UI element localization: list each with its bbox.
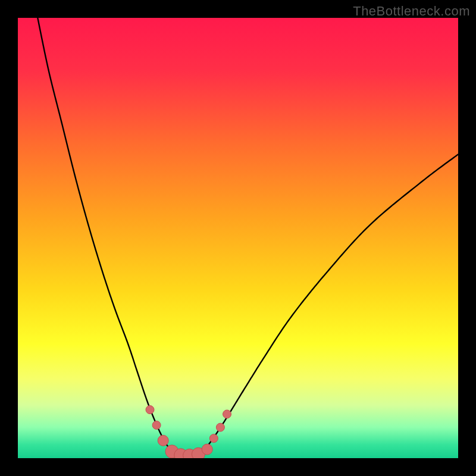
- plot-area: [18, 18, 458, 458]
- marker-point: [152, 421, 161, 430]
- marker-point: [146, 406, 154, 414]
- marker-point: [216, 423, 224, 431]
- marker-point: [209, 434, 218, 443]
- marker-point: [202, 444, 212, 455]
- marker-point: [158, 435, 168, 446]
- marker-point: [223, 410, 231, 418]
- chart-svg: [18, 18, 458, 458]
- gradient-background: [18, 18, 458, 458]
- watermark-text: TheBottleneck.com: [353, 4, 470, 19]
- chart-frame: TheBottleneck.com: [0, 0, 476, 476]
